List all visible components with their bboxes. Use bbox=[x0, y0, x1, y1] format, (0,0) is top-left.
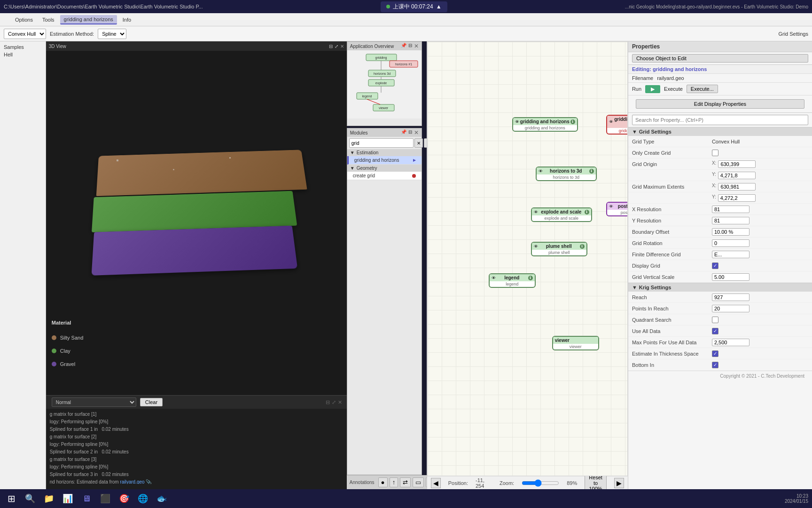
log-minimize[interactable]: ⊟ bbox=[326, 399, 330, 405]
node-plume-shell[interactable]: 👁 plume shell ℹ plume shell bbox=[531, 242, 587, 256]
boundary-offset-input[interactable] bbox=[712, 228, 750, 236]
node-viewer[interactable]: viewer viewer bbox=[552, 336, 599, 350]
menu-item-blank[interactable] bbox=[2, 18, 9, 21]
x-resolution-input[interactable] bbox=[712, 206, 750, 213]
estimation-label: Estimation Method: bbox=[50, 31, 94, 37]
module-gridding-horizons[interactable]: gridding and horizons ▶ bbox=[347, 156, 422, 165]
section-grid-settings[interactable]: ▼ Grid Settings bbox=[628, 127, 812, 136]
node-info-icon6[interactable]: ℹ bbox=[580, 244, 585, 249]
view-expand[interactable]: ⤢ bbox=[335, 44, 338, 49]
only-create-grid-checkbox[interactable] bbox=[712, 150, 718, 156]
prop-display-grid-label: Display Grid bbox=[632, 263, 712, 269]
prop-max-points: Max Points For Use All Data bbox=[628, 337, 812, 348]
hull-select[interactable]: Convex Hull bbox=[4, 29, 46, 39]
railyard-link[interactable]: railyard.geo bbox=[120, 479, 144, 484]
app-overview-panel: Application Overview 📌 ⊟ ✕ gridding hori… bbox=[347, 41, 422, 126]
modules-close[interactable]: ✕ bbox=[414, 129, 419, 136]
menu-item-tools[interactable]: Tools bbox=[39, 16, 58, 24]
taskbar-app5[interactable]: 🌐 bbox=[135, 491, 150, 506]
section-geometry-arrow: ▼ bbox=[350, 166, 355, 171]
finite-diff-input[interactable] bbox=[712, 251, 750, 258]
log-level-select[interactable]: Normal Verbose Debug bbox=[52, 397, 136, 407]
app-overview-pin[interactable]: 📌 bbox=[401, 43, 406, 49]
node-legend[interactable]: 👁 legend ℹ legend bbox=[489, 273, 536, 288]
menu-item-gridding[interactable]: gridding and horizons bbox=[60, 15, 117, 24]
node-gridding-horizons2[interactable]: 👁 gridding and horizons #1 ℹ gridding an… bbox=[606, 115, 628, 135]
choose-object-button[interactable]: Choose Object to Edit bbox=[632, 54, 808, 63]
edit-display-button[interactable]: Edit Display Properties bbox=[636, 99, 804, 109]
section-estimation[interactable]: ▼ Estimation bbox=[347, 149, 422, 156]
node-info-icon4[interactable]: ℹ bbox=[585, 210, 589, 214]
node-post-samples[interactable]: 👁 post samples ℹ post samples bbox=[606, 202, 628, 216]
max-points-input[interactable] bbox=[712, 339, 750, 346]
y-resolution-input[interactable] bbox=[712, 217, 750, 224]
graph-zoom-label: Zoom: bbox=[500, 480, 514, 486]
node-graph[interactable]: 👁 gridding and horizons ℹ gridding and h… bbox=[427, 41, 628, 476]
clear-button[interactable]: Clear bbox=[140, 398, 163, 406]
node-eye-icon2: 👁 bbox=[609, 119, 613, 124]
menu-item-options[interactable]: Options bbox=[11, 16, 37, 24]
grid-max-x-input[interactable] bbox=[718, 183, 756, 190]
modules-minimize[interactable]: ⊟ bbox=[408, 129, 412, 136]
prop-grid-vertical-scale-label: Grid Vertical Scale bbox=[632, 274, 712, 280]
ann-btn-circle[interactable]: ● bbox=[378, 477, 388, 487]
grid-rotation-input[interactable] bbox=[712, 239, 750, 247]
grid-vertical-scale-input[interactable] bbox=[712, 273, 750, 281]
spline-select[interactable]: Spline bbox=[98, 29, 126, 39]
taskbar-app2[interactable]: 🖥 bbox=[79, 491, 94, 506]
modules-pin[interactable]: 📌 bbox=[401, 129, 406, 136]
bottom-in-checkbox[interactable]: ✓ bbox=[712, 362, 718, 368]
app-overview-close[interactable]: ✕ bbox=[414, 43, 419, 49]
view-minimize[interactable]: ⊟ bbox=[329, 44, 333, 49]
taskbar-app4[interactable]: 🎯 bbox=[117, 491, 132, 506]
prop-grid-origin-y: Y: bbox=[628, 170, 812, 181]
search-property-input[interactable] bbox=[632, 115, 808, 125]
menu-item-info[interactable]: Info bbox=[119, 16, 135, 24]
modules-search-clear[interactable]: ✕ bbox=[414, 138, 423, 148]
taskbar-app1[interactable]: 📊 bbox=[60, 491, 75, 506]
node-graph-container: 👁 gridding and horizons ℹ gridding and h… bbox=[427, 41, 628, 489]
taskbar-app3[interactable]: ⬛ bbox=[98, 491, 113, 506]
log-close[interactable]: ✕ bbox=[338, 399, 342, 405]
grid-max-y-input[interactable] bbox=[718, 194, 756, 202]
node-info-icon7[interactable]: ℹ bbox=[528, 276, 533, 280]
run-button[interactable]: ▶ bbox=[645, 85, 660, 93]
ann-btn-rect[interactable]: ▭ bbox=[413, 477, 424, 487]
use-all-data-checkbox[interactable]: ✓ bbox=[712, 328, 718, 334]
node-horizons-3d[interactable]: 👁 horizons to 3d ℹ horizons to 3d bbox=[536, 167, 597, 181]
legend-label-gravel: Gravel bbox=[60, 361, 75, 367]
taskbar-files[interactable]: 📁 bbox=[41, 491, 56, 506]
module-create-grid[interactable]: create grid bbox=[347, 172, 422, 180]
grid-origin-x-input[interactable] bbox=[718, 160, 756, 168]
prop-display-grid: Display Grid ✓ bbox=[628, 260, 812, 271]
ann-btn-arrow[interactable]: ↑ bbox=[390, 477, 398, 487]
reach-input[interactable] bbox=[712, 294, 750, 301]
log-line-3: Splined for surface 1 in 0.02 minutes bbox=[50, 426, 343, 433]
node-info-icon[interactable]: ℹ bbox=[570, 119, 575, 124]
ann-btn-arrows[interactable]: ⇄ bbox=[400, 477, 411, 487]
execute-button[interactable]: Execute... bbox=[687, 85, 718, 93]
view-close[interactable]: ✕ bbox=[340, 44, 344, 49]
estimate-thickness-checkbox[interactable]: ✓ bbox=[712, 350, 718, 357]
section-krig-settings[interactable]: ▼ Krig Settings bbox=[628, 283, 812, 292]
node-explode-scale[interactable]: 👁 explode and scale ℹ explode and scale bbox=[531, 207, 592, 222]
modules-search-input[interactable] bbox=[349, 138, 414, 148]
taskbar-search[interactable]: 🔍 bbox=[23, 491, 38, 506]
taskbar-app6[interactable]: 🐟 bbox=[154, 491, 169, 506]
app-overview-minimize[interactable]: ⊟ bbox=[408, 43, 412, 49]
graph-scroll-left[interactable]: ◀ bbox=[431, 478, 441, 488]
zoom-slider[interactable] bbox=[522, 479, 559, 487]
prop-only-create-grid-label: Only Create Grid bbox=[632, 150, 712, 156]
log-expand[interactable]: ⤢ bbox=[332, 399, 336, 405]
node-gridding-horizons[interactable]: 👁 gridding and horizons ℹ gridding and h… bbox=[512, 117, 578, 132]
graph-scroll-right[interactable]: ▶ bbox=[614, 478, 624, 488]
prop-grid-rotation: Grid Rotation bbox=[628, 238, 812, 249]
node-info-icon3[interactable]: ℹ bbox=[589, 169, 594, 174]
section-geometry[interactable]: ▼ Geometry bbox=[347, 165, 422, 172]
taskbar-windows[interactable]: ⊞ bbox=[4, 491, 19, 506]
display-grid-checkbox[interactable]: ✓ bbox=[712, 262, 718, 269]
graph-position-label: Position: bbox=[448, 480, 468, 486]
quadrant-search-checkbox[interactable] bbox=[712, 317, 718, 323]
points-in-reach-input[interactable] bbox=[712, 305, 750, 312]
grid-origin-y-input[interactable] bbox=[718, 172, 756, 179]
